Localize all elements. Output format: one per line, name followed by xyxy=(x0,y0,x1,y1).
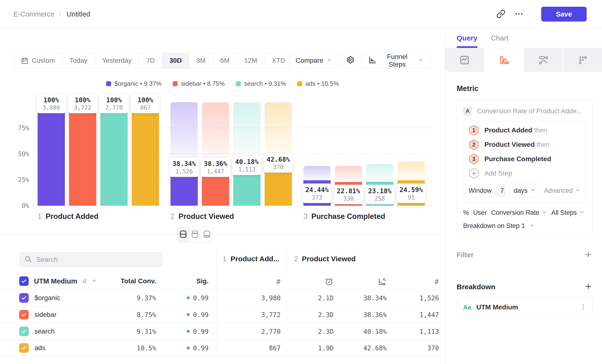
funnel-bar-organic-step1[interactable]: 100%3,980 xyxy=(38,102,65,206)
measure-scope-select[interactable]: All Steps xyxy=(551,209,584,216)
metric-step-1[interactable]: 1Product Addedthen xyxy=(469,123,580,138)
add-step-label: Add Step xyxy=(484,170,512,177)
range-7d[interactable]: 7D xyxy=(139,53,162,68)
avg-time-column-icon[interactable] xyxy=(324,276,333,287)
bar-percent-value: 24.44% xyxy=(305,186,329,194)
plus-icon xyxy=(584,250,592,259)
funnel-steps-card: 1Product Addedthen2Product Viewedthen3Pu… xyxy=(463,121,586,202)
layout-toggle-panel-top[interactable] xyxy=(189,227,201,242)
funnel-bar-sidebar-step2[interactable]: 38.36%1,447 xyxy=(202,102,229,206)
metric-title-row[interactable]: A Conversion Rate of Product Adde... xyxy=(463,105,586,117)
save-button[interactable]: Save xyxy=(541,7,587,21)
tab-query-label: Query xyxy=(457,34,477,42)
measure-entity[interactable]: User xyxy=(473,209,487,216)
add-breakdown-button[interactable] xyxy=(584,282,592,291)
hash-column-icon[interactable]: # xyxy=(434,276,439,287)
select-all-checkbox[interactable] xyxy=(19,276,29,286)
tab-chart[interactable]: Chart xyxy=(491,28,508,48)
breadcrumb-report-title[interactable]: Untitled xyxy=(66,10,90,18)
sig-header[interactable]: Sig. xyxy=(196,273,209,289)
insight-tab-line-chart[interactable] xyxy=(445,48,485,72)
panel-top-icon xyxy=(191,229,199,239)
layout-toggle-split-rows[interactable] xyxy=(177,227,189,242)
table-row-search[interactable]: search9.31%2,7702.3D40.18%1,1130.99 xyxy=(0,323,445,340)
row-checkbox[interactable] xyxy=(19,310,29,320)
window-value-input[interactable]: 7 xyxy=(496,184,505,197)
tab-query[interactable]: Query xyxy=(457,28,477,48)
cell-total-conv: 9.31% xyxy=(137,328,156,335)
cell-step1-count: 3,772 xyxy=(261,311,281,318)
insight-tab-flows[interactable] xyxy=(524,48,563,72)
copy-link-button[interactable] xyxy=(496,9,505,19)
hash-column-icon[interactable]: # xyxy=(276,276,281,287)
add-filter-button[interactable] xyxy=(584,250,592,259)
series-badge: A xyxy=(463,107,472,116)
total-conv-header[interactable]: Total Conv. xyxy=(121,273,156,289)
cell-avg-time: 2.1D xyxy=(318,294,333,301)
funnel-bar-organic-step3[interactable]: 24.44%373 xyxy=(303,102,331,206)
legend-item-organic[interactable]: $organic • 9.37% xyxy=(106,80,162,87)
metric-step-2[interactable]: 2Product Viewedthen xyxy=(469,138,580,152)
step-name: Product Viewed xyxy=(178,212,234,221)
funnel-bar-sidebar-step1[interactable]: 100%3,772 xyxy=(69,102,96,206)
metric-heading: Metric xyxy=(457,84,592,93)
funnel-bar-ads-step2[interactable]: 42.68%370 xyxy=(265,102,292,206)
funnel-bar-ads-step3[interactable]: 24.59%91 xyxy=(398,102,425,206)
funnel-bar-organic-step2[interactable]: 38.34%1,526 xyxy=(171,102,198,206)
legend-item-search[interactable]: search • 9.31% xyxy=(236,80,286,87)
range-6m[interactable]: 6M xyxy=(213,53,237,68)
measure-metric-select[interactable]: Conversion Rate xyxy=(491,209,547,216)
funnel-bar-ads-step1[interactable]: 100%867 xyxy=(132,102,159,206)
bar-value-label: 42.68%370 xyxy=(263,153,293,173)
cell-significance: 0.99 xyxy=(187,294,209,301)
funnel-bar-search-step1[interactable]: 100%2,770 xyxy=(100,102,128,206)
add-step-button[interactable]: Add Step xyxy=(469,166,580,181)
more-options-button[interactable] xyxy=(514,9,524,19)
chevron-down-icon[interactable] xyxy=(92,278,97,284)
funnel-bar-previous-total xyxy=(398,162,425,180)
funnel-bar-sidebar-step3[interactable]: 22.81%330 xyxy=(335,102,362,206)
compare-button[interactable]: Compare xyxy=(289,53,338,68)
layout-toggle-panel-bottom[interactable] xyxy=(201,227,213,242)
breakdown-column-label[interactable]: UTM Medium xyxy=(34,277,77,285)
row-checkbox[interactable] xyxy=(19,293,29,303)
legend-item-ads[interactable]: ads • 10.5% xyxy=(297,80,339,87)
funnel-bar-search-step2[interactable]: 40.18%1,113 xyxy=(233,102,260,206)
table-row-ads[interactable]: ads10.5%8671.9D42.68%3700.99 xyxy=(0,340,445,356)
cell-conv-rate: 42.68% xyxy=(363,344,387,352)
chevron-down-icon xyxy=(575,187,580,194)
range-yesterday[interactable]: Yesterday xyxy=(95,53,139,68)
chart-settings-button[interactable] xyxy=(343,53,358,68)
search-input[interactable] xyxy=(36,256,158,263)
breakdown-item[interactable]: Aa UTM Medium xyxy=(457,297,592,317)
range-30d[interactable]: 30D xyxy=(162,53,189,68)
window-unit-select[interactable]: days xyxy=(510,184,540,197)
metric-step-connector: then xyxy=(534,127,548,134)
metric-step-3[interactable]: 3Purchase Completed xyxy=(469,152,580,166)
row-checkbox[interactable] xyxy=(19,343,29,353)
plus-icon xyxy=(584,282,592,291)
table-row-sidebar[interactable]: sidebar8.75%3,7722.3D38.36%1,4470.99 xyxy=(0,306,445,323)
legend-item-sidebar[interactable]: sidebar • 8.75% xyxy=(173,80,225,87)
advanced-toggle[interactable]: Advanced xyxy=(544,187,580,194)
funnel-bar-search-step3[interactable]: 23.18%258 xyxy=(366,102,393,206)
chevron-down-icon xyxy=(327,57,332,64)
range-12m[interactable]: 12M xyxy=(237,53,265,68)
range-today[interactable]: Today xyxy=(62,53,95,68)
row-checkbox[interactable] xyxy=(19,327,29,336)
range-custom[interactable]: Custom xyxy=(14,53,62,68)
conv-rate-column-icon[interactable] xyxy=(378,276,387,287)
chart-type-button[interactable]: Funnel Steps xyxy=(362,53,430,68)
range-3m[interactable]: 3M xyxy=(189,53,213,68)
breadcrumb-project[interactable]: E-Commerce xyxy=(13,10,54,18)
range-xtd[interactable]: XTD xyxy=(265,53,289,68)
breakdown-item-menu-button[interactable] xyxy=(579,303,587,312)
metric-step-text: Product Viewedthen xyxy=(484,141,549,149)
row-name-cell: search xyxy=(19,327,54,336)
funnel-step-group-3: 24.44%37322.81%33023.18%25824.59%91 xyxy=(303,102,425,206)
chevron-down-icon xyxy=(529,222,535,230)
breakdown-on-select[interactable]: Breakdown on Step 1 xyxy=(463,222,586,230)
table-row-organic[interactable]: $organic9.37%3,9802.1D38.34%1,5260.99 xyxy=(0,289,445,306)
insight-tab-retention-dots[interactable] xyxy=(563,48,602,72)
insight-tab-funnel-bars[interactable] xyxy=(485,48,524,72)
